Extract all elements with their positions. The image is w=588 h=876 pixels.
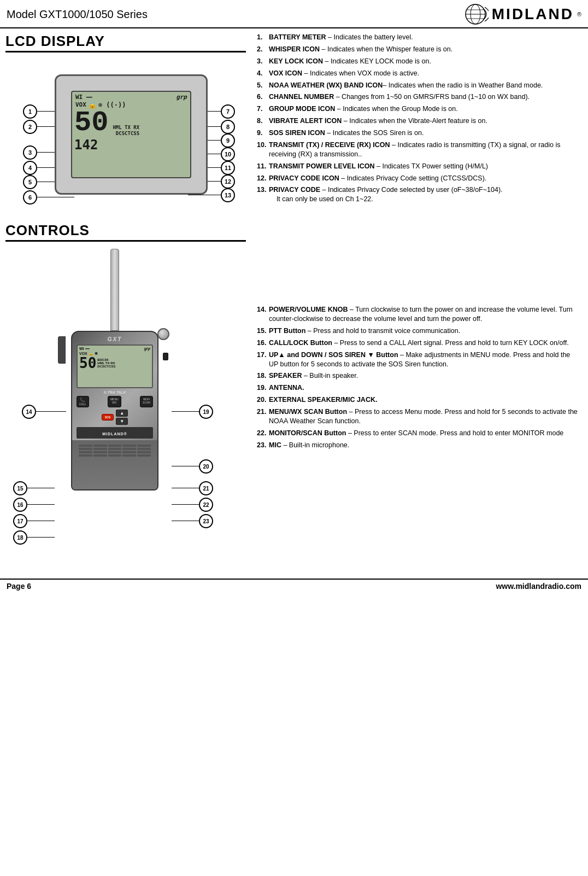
radio-menu-button[interactable]: MENU WX [108,396,121,407]
ctrl-callout-17: 17 [13,514,27,528]
lcd-hml-label: HML TX RX [113,124,139,131]
radio-volume-knob[interactable] [157,328,169,340]
lcd-device-body: WI ━━ grp VOX 🔒 ❄ ((·)) 50 HML TX [55,74,208,195]
footer-url: www.midlandradio.com [496,582,581,591]
spacer [257,207,580,305]
radio-button-row: 📞 CALL MENU WX MON SCAN [77,396,153,407]
callout-5: 5 [23,175,37,189]
radio-ext-jack [163,353,168,360]
list-item: 22. MONITOR/SCAN Button – Press to enter… [257,429,580,438]
radio-up-button[interactable]: ▲ [116,410,128,417]
callout-7: 7 [221,104,235,119]
ctrl-line-15 [27,488,55,488]
ctrl-line-18 [27,537,55,538]
radio-call-button[interactable]: 📞 CALL [77,396,89,407]
ctrl-callout-23: 23 [199,514,213,528]
list-item: 12. PRIVACY CODE ICON – Indicates Privac… [257,174,580,183]
left-column: LCD DISPLAY 1 2 3 4 5 6 7 8 9 10 [0,28,251,568]
list-item: 16. CALL/LOCK Button – Press to send a C… [257,338,580,348]
callout-11: 11 [221,161,235,175]
ctrl-callout-20: 20 [199,459,213,474]
radio-screen-top: WI ━━ grp [78,346,152,352]
header: Model GXT1000/1050 Series MIDLAND® [0,0,588,28]
radio-ptt-button[interactable] [58,336,66,364]
callout-13: 13 [221,188,235,202]
callout-12: 12 [221,174,235,189]
list-item: 14. POWER/VOLUME KNOB – Turn clockwise t… [257,305,580,324]
callout-9: 9 [221,133,235,148]
list-item: 23. MIC – Built-in microphone. [257,441,580,450]
model-title: Model GXT1000/1050 Series [7,8,148,21]
ctrl-callout-15: 15 [13,481,27,495]
list-item: 2. WHISPER ICON – Indicates when the Whi… [257,45,580,54]
page-number: Page 6 [7,582,31,591]
callout-4: 4 [23,161,37,175]
line-13 [188,195,221,195]
logo-text: MIDLAND [492,5,574,23]
list-item: 15. PTT Button – Press and hold to trans… [257,326,580,336]
lcd-top-row: WI ━━ grp [72,92,190,101]
callout-1: 1 [23,104,37,119]
lcd-wi-label: WI ━━ [75,94,92,101]
logo-reg: ® [577,11,581,17]
controls-section: CONTROLS 14 15 16 17 18 19 20 21 [5,222,246,563]
list-item: 8. VIBRATE ALERT ICON – Indicates when t… [257,116,580,126]
controls-diagram: 14 15 16 17 18 19 20 21 22 23 [11,246,240,563]
lcd-diagram: 1 2 3 4 5 6 7 8 9 10 11 12 [11,58,240,217]
callout-3: 3 [23,145,37,160]
ctrl-callout-22: 22 [199,498,213,512]
list-item: 11. TRANSMIT POWER LEVEL ICON – Indicate… [257,162,580,171]
ctrl-callout-14: 14 [22,405,36,419]
lcd-main-number: 50 [72,109,110,137]
ctrl-callout-19: 19 [199,405,213,419]
logo-area: MIDLAND® [462,3,581,25]
radio-midland-bar: MIDLAND® [77,427,153,439]
radio-antenna [110,249,119,331]
lcd-dcs-label: DCSCTCSS [113,131,139,137]
footer: Page 6 www.midlandradio.com [0,579,588,593]
ctrl-callout-18: 18 [13,530,27,545]
list-item: 17. UP▲ and DOWN / SOS SIREN ▼ Button – … [257,351,580,369]
radio-xtratalk-label: X-TRA TALK [77,390,153,394]
radio-midland-logo-text: MIDLAND® [102,432,127,436]
radio-body: GXT WI ━━ grp VOX🔒❄ 50 [71,331,158,490]
list-item: 18. SPEAKER – Built-in speaker. [257,371,580,381]
callout-8: 8 [221,120,235,134]
radio-sos-button[interactable]: SOS [102,414,114,421]
radio-speaker-grille [72,440,157,489]
callout-2: 2 [23,120,37,134]
radio-down-button[interactable]: ▼ [116,418,128,425]
ctrl-callout-16: 16 [13,498,27,512]
radio-lcd-screen: WI ━━ grp VOX🔒❄ 50 BDC38 HML TX RX [77,344,153,388]
radio-updown-buttons: ▲ ▼ [116,410,128,425]
lcd-screen: WI ━━ grp VOX 🔒 ❄ ((·)) 50 HML TX [71,91,191,178]
lcd-sub-labels: HML TX RX DCSCTCSS [113,124,139,137]
callout-6: 6 [23,190,37,205]
radio-speaker-grid [77,442,153,459]
radio-mon-button[interactable]: MON SCAN [140,396,153,407]
radio-screen-main: 50 BDC38 HML TX RX DCSCTCSS [78,356,152,370]
callout-10: 10 [221,147,235,161]
list-item: 3. KEY LOCK ICON – Indicates KEY LOCK mo… [257,57,580,66]
controls-desc-list: 14. POWER/VOLUME KNOB – Turn clockwise t… [257,305,580,449]
ctrl-line-16 [27,504,55,505]
ctrl-line-21 [172,488,199,488]
ctrl-line-17 [27,521,55,521]
ctrl-line-20 [172,466,199,466]
lcd-section-title: LCD DISPLAY [5,33,246,52]
ctrl-line-22 [172,504,199,505]
list-item: 1. BATTERY METER – Indicates the battery… [257,33,580,42]
list-item: 5. NOAA WEATHER (WX) BAND ICON– Indicate… [257,81,580,90]
list-item: 7. GROUP MODE ICON – Indicates when the … [257,104,580,114]
list-item: 19. ANTENNA. [257,383,580,393]
lcd-grp-label: grp [176,94,187,101]
ctrl-line-19 [172,411,199,412]
radio-screen-sublabels: BDC38 HML TX RX DCSCTCSS [97,358,115,368]
main-content: LCD DISPLAY 1 2 3 4 5 6 7 8 9 10 [0,28,588,568]
lcd-desc-list: 1. BATTERY METER – Indicates the battery… [257,33,580,204]
lcd-sub-number: 142 [72,137,190,153]
list-item: 9. SOS SIREN ICON – Indicates the SOS Si… [257,129,580,138]
radio-nav-cluster: SOS ▲ ▼ [77,410,153,425]
radio-device: GXT WI ━━ grp VOX🔒❄ 50 [66,249,164,490]
line-6 [37,197,74,197]
